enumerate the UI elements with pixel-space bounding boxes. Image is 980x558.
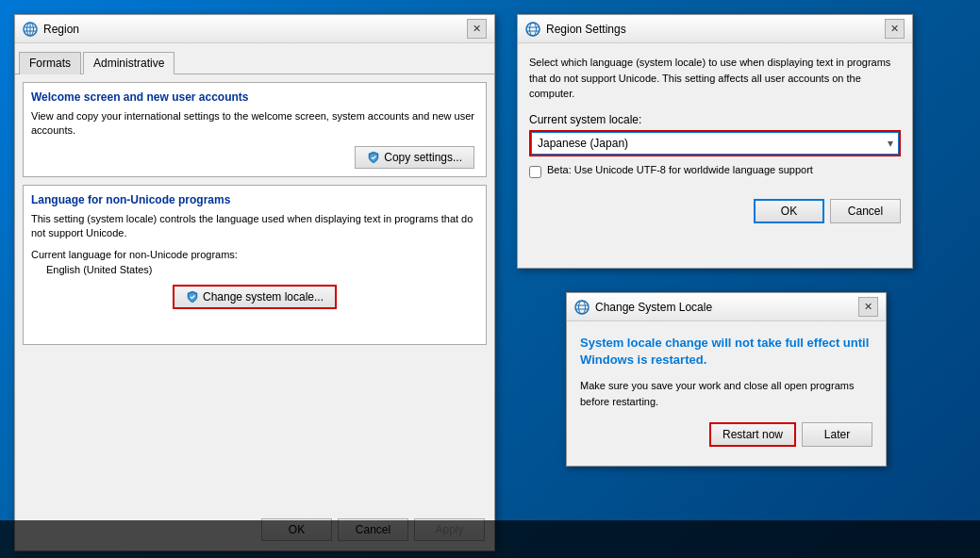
svg-point-10 bbox=[575, 301, 589, 314]
locale-dropdown-wrapper: Japanese (Japan) bbox=[529, 130, 901, 156]
change-system-locale-button[interactable]: Change system locale... bbox=[173, 285, 337, 309]
shield-copy-icon bbox=[367, 151, 380, 164]
region-dialog: Region ✕ Formats Administrative Welcome … bbox=[14, 14, 495, 551]
change-locale-title-icon bbox=[574, 300, 590, 315]
change-locale-title-text: Change System Locale bbox=[595, 301, 858, 314]
current-language-label: Current language for non-Unicode program… bbox=[31, 249, 478, 260]
unicode-checkbox-label: Beta: Use Unicode UTF-8 for worldwide la… bbox=[547, 164, 813, 175]
region-settings-ok-button[interactable]: OK bbox=[754, 199, 824, 223]
welcome-section: Welcome screen and new user accounts Vie… bbox=[23, 82, 487, 177]
region-settings-bottom-buttons: OK Cancel bbox=[518, 189, 912, 233]
welcome-section-text: View and copy your international setting… bbox=[31, 109, 478, 139]
region-title-text: Region bbox=[43, 23, 467, 36]
region-settings-intro: Select which language (system locale) to… bbox=[529, 55, 901, 102]
copy-settings-button[interactable]: Copy settings... bbox=[355, 146, 474, 169]
region-settings-title-icon bbox=[525, 22, 540, 37]
warning-text: Make sure you save your work and close a… bbox=[580, 378, 872, 409]
svg-point-7 bbox=[530, 23, 537, 36]
language-section-title: Language for non-Unicode programs bbox=[31, 193, 478, 206]
restart-now-button[interactable]: Restart now bbox=[709, 422, 796, 447]
region-bottom-buttons: OK Cancel Apply bbox=[261, 518, 485, 541]
change-locale-content: System locale change will not take full … bbox=[567, 321, 886, 460]
warning-title: System locale change will not take full … bbox=[580, 335, 872, 369]
region-apply-button[interactable]: Apply bbox=[414, 518, 485, 541]
region-settings-content: Select which language (system locale) to… bbox=[518, 43, 912, 189]
tab-administrative[interactable]: Administrative bbox=[83, 52, 174, 74]
region-tabs: Formats Administrative bbox=[15, 47, 494, 74]
region-titlebar: Region ✕ bbox=[15, 15, 494, 43]
region-settings-title-text: Region Settings bbox=[546, 23, 885, 36]
language-section-description: This setting (system locale) controls th… bbox=[31, 212, 478, 241]
unicode-checkbox-row: Beta: Use Unicode UTF-8 for worldwide la… bbox=[529, 164, 901, 178]
locale-label: Current system locale: bbox=[529, 113, 901, 126]
region-close-button[interactable]: ✕ bbox=[467, 19, 487, 39]
tab-formats[interactable]: Formats bbox=[19, 52, 81, 74]
language-section: Language for non-Unicode programs This s… bbox=[23, 185, 487, 345]
current-language-value: English (United States) bbox=[46, 264, 478, 275]
svg-point-6 bbox=[526, 23, 540, 36]
change-locale-buttons: Restart now Later bbox=[580, 422, 872, 447]
later-button[interactable]: Later bbox=[802, 422, 872, 447]
change-locale-close-button[interactable]: ✕ bbox=[858, 297, 878, 317]
change-locale-dialog: Change System Locale ✕ System locale cha… bbox=[566, 292, 887, 467]
region-ok-button[interactable]: OK bbox=[261, 518, 332, 541]
unicode-checkbox[interactable] bbox=[529, 166, 541, 178]
shield-change-icon bbox=[186, 290, 199, 304]
region-settings-dialog: Region Settings ✕ Select which language … bbox=[517, 14, 913, 269]
svg-point-11 bbox=[579, 301, 586, 314]
region-content: Formats Administrative Welcome screen an… bbox=[15, 43, 494, 345]
locale-dropdown[interactable]: Japanese (Japan) bbox=[531, 132, 899, 155]
region-title-icon bbox=[23, 22, 38, 37]
region-settings-cancel-button[interactable]: Cancel bbox=[830, 199, 901, 223]
change-locale-titlebar: Change System Locale ✕ bbox=[567, 293, 886, 321]
region-cancel-button[interactable]: Cancel bbox=[338, 518, 408, 541]
region-settings-titlebar: Region Settings ✕ bbox=[518, 15, 912, 43]
welcome-section-title: Welcome screen and new user accounts bbox=[31, 90, 478, 104]
region-settings-close-button[interactable]: ✕ bbox=[885, 19, 905, 39]
